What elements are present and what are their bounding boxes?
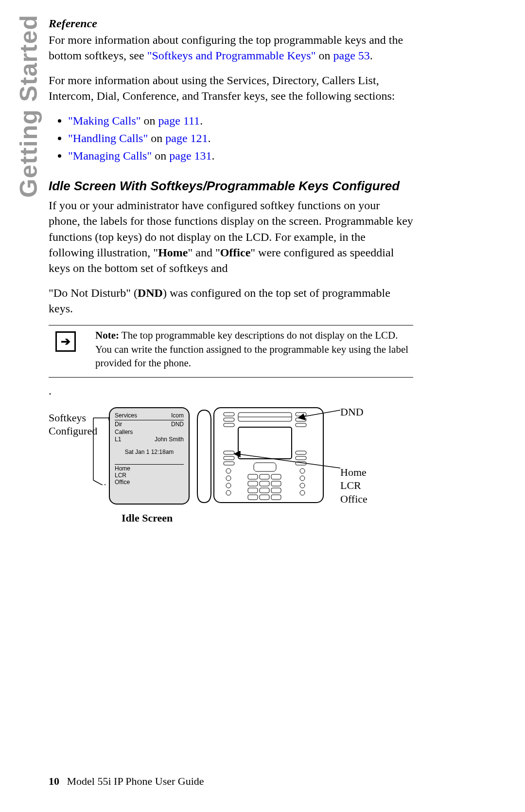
svg-rect-35 — [271, 481, 281, 486]
page121-link[interactable]: page 121 — [165, 132, 208, 144]
text: on — [152, 149, 169, 162]
home-bold: Home — [158, 246, 188, 259]
svg-rect-10 — [224, 423, 234, 427]
svg-point-23 — [226, 483, 231, 488]
callout-arrow-icon — [233, 451, 340, 470]
text: " and " — [188, 246, 220, 259]
note-text: The top programmable key descriptions do… — [95, 329, 408, 369]
svg-rect-38 — [271, 488, 281, 493]
note-block: ➔ Note: The top programmable key descrip… — [49, 325, 413, 377]
lcd-home: Home — [115, 465, 184, 472]
text: on — [319, 49, 333, 62]
svg-rect-33 — [248, 481, 258, 486]
text: . — [200, 114, 203, 127]
lcd-icom: Icom — [171, 412, 184, 420]
office-bold: Office — [220, 246, 251, 259]
reference-bullets: "Making Calls" on page 111. "Handling Ca… — [68, 113, 413, 164]
lcd-screen: ServicesIcom DirDND Callers L1John Smith… — [109, 407, 190, 505]
svg-rect-36 — [248, 488, 258, 493]
svg-marker-45 — [234, 451, 240, 457]
svg-rect-39 — [248, 495, 258, 500]
reference-para-1: For more information about configuring t… — [49, 32, 413, 64]
svg-rect-41 — [271, 495, 281, 500]
text: . — [212, 149, 215, 162]
svg-marker-4 — [103, 485, 109, 485]
note-body: Note: The top programmable key descripti… — [95, 328, 413, 370]
page131-link[interactable]: page 131 — [169, 149, 211, 162]
lcd-services: Services — [115, 412, 137, 420]
section2-para-2: "Do Not Disturb" (DND) was configured on… — [49, 285, 413, 317]
svg-point-21 — [226, 469, 231, 473]
svg-rect-30 — [248, 474, 258, 479]
lcd-callers: Callers — [115, 429, 133, 436]
svg-marker-43 — [298, 414, 305, 420]
svg-rect-16 — [224, 456, 234, 460]
svg-point-22 — [226, 476, 231, 481]
list-item: "Making Calls" on page 111. — [68, 113, 413, 128]
note-arrow-icon: ➔ — [55, 331, 76, 352]
svg-point-26 — [300, 476, 305, 481]
svg-point-24 — [226, 490, 231, 495]
section2-para-1: If you or your administrator have config… — [49, 198, 413, 276]
list-item: "Managing Calls" on page 131. — [68, 148, 413, 163]
lcd-dir: Dir — [115, 421, 122, 429]
dnd-callout-label: DND — [340, 405, 364, 419]
managing-calls-link[interactable]: "Managing Calls" — [68, 149, 152, 162]
svg-line-44 — [237, 454, 340, 468]
lcd-name: John Smith — [155, 436, 184, 444]
text: . — [208, 132, 211, 144]
svg-point-27 — [300, 483, 305, 488]
dnd-bold: DND — [138, 287, 163, 299]
lcd-dnd: DND — [171, 421, 184, 429]
svg-rect-31 — [260, 474, 269, 479]
making-calls-link[interactable]: "Making Calls" — [68, 114, 141, 127]
svg-rect-13 — [296, 423, 306, 427]
page-number: 10 — [49, 775, 59, 787]
svg-rect-34 — [260, 481, 269, 486]
home-lcr-office-label: Home LCR Office — [340, 466, 368, 506]
note-lead: Note: — [95, 329, 119, 341]
handling-calls-link[interactable]: "Handling Calls" — [68, 132, 148, 144]
svg-rect-32 — [271, 474, 281, 479]
list-item: "Handling Calls" on page 121. — [68, 130, 413, 146]
svg-rect-17 — [224, 462, 234, 465]
text: "Do Not Disturb" ( — [49, 287, 138, 299]
guide-title: Model 55i IP Phone User Guide — [67, 775, 204, 787]
svg-rect-8 — [224, 413, 234, 416]
softkeys-link[interactable]: "Softkeys and Programmable Keys" — [147, 49, 316, 62]
svg-point-28 — [300, 490, 305, 495]
lcd-office: Office — [115, 479, 184, 486]
section-tab: Getting Started — [15, 15, 43, 198]
callout-arrow-icon — [297, 406, 340, 421]
text: on — [148, 132, 165, 144]
reference-heading: Reference — [49, 17, 413, 30]
period: . — [49, 384, 413, 397]
lcd-l1: L1 — [115, 436, 121, 444]
idle-screen-caption: Idle Screen — [122, 512, 173, 524]
svg-rect-40 — [260, 495, 269, 500]
footer: 10 Model 55i IP Phone User Guide — [49, 775, 204, 788]
svg-rect-15 — [224, 451, 234, 454]
svg-line-42 — [301, 410, 340, 417]
text: on — [141, 114, 158, 127]
svg-rect-9 — [224, 418, 234, 421]
figure-area: Softkeys Configured ServicesIcom DirDND … — [49, 402, 413, 573]
reference-para-2: For more information about using the Ser… — [49, 72, 413, 104]
lcd-lcr: LCR — [115, 472, 184, 479]
svg-rect-37 — [260, 488, 269, 493]
page111-link[interactable]: page 111 — [158, 114, 200, 127]
page53-link[interactable]: page 53 — [333, 49, 370, 62]
page-content: Reference For more information about con… — [49, 17, 413, 573]
idle-screen-heading: Idle Screen With Softkeys/Programmable K… — [49, 179, 413, 194]
lcd-date: Sat Jan 1 12:18am — [115, 449, 184, 455]
text: . — [370, 49, 373, 62]
